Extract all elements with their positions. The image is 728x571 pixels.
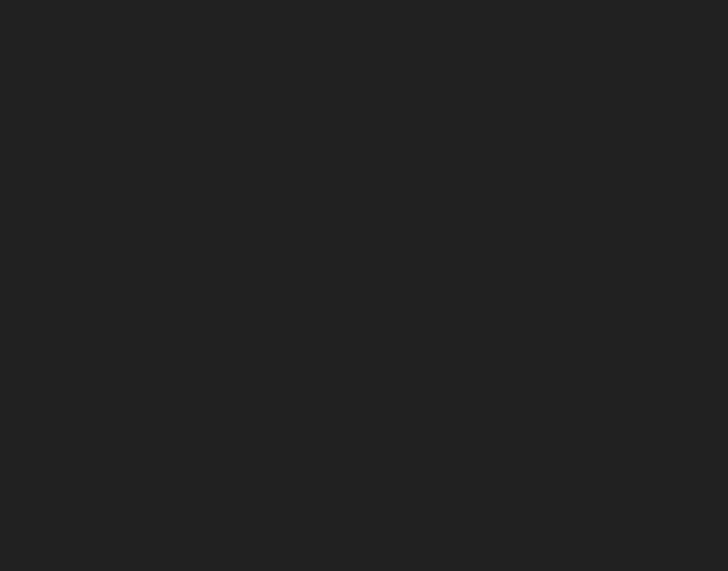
- code-area[interactable]: [0, 0, 728, 571]
- code-editor: [0, 0, 728, 571]
